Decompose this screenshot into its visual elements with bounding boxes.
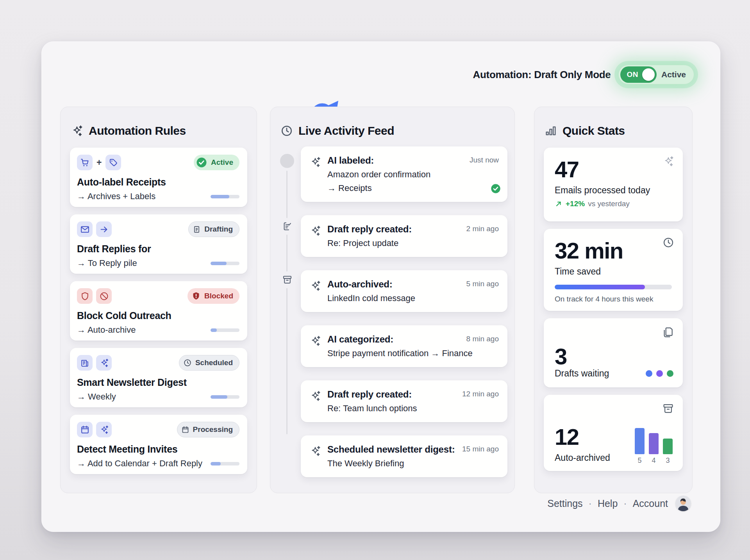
mail-icon — [77, 221, 93, 237]
stat-label: Time saved — [555, 266, 672, 277]
sparkles-icon — [309, 390, 321, 403]
stat-value: 32 min — [555, 239, 672, 263]
stat-value: 47 — [555, 158, 672, 182]
feed-item-detail: The Weekly Briefing — [327, 458, 455, 469]
copy-pages-icon — [662, 326, 674, 339]
archive-icon — [662, 403, 674, 415]
feed-item-ai-labeled[interactable]: AI labeled: Amazon order confirmation → … — [301, 146, 507, 202]
toggle-status-label: Active — [661, 70, 686, 79]
sparkles-icon — [71, 125, 83, 137]
rules-panel-title: Automation Rules — [89, 124, 186, 137]
feed-item-title: Scheduled newsletter digest: — [327, 444, 455, 455]
archive-icon — [281, 271, 293, 288]
feed-panel-title: Live Activity Feed — [298, 124, 394, 137]
settings-link[interactable]: Settings — [547, 498, 582, 509]
draft-status-dots — [646, 370, 673, 377]
feed-item-time: 12 min ago — [462, 390, 499, 398]
check-circle-icon — [490, 183, 501, 194]
stat-value: 12 — [555, 425, 610, 449]
timeline-line — [286, 171, 288, 434]
feed-item-title: Draft reply created: — [327, 224, 412, 235]
rule-title: Detect Meeting Invites — [77, 444, 239, 455]
feed-item-title: Draft reply created: — [327, 389, 417, 400]
shopping-cart-icon — [77, 155, 93, 170]
feed-item-title: AI categorized: — [327, 334, 473, 345]
sparkles-icon — [96, 422, 112, 437]
sparkles-icon — [309, 445, 321, 458]
stat-card-drafts-waiting: 3 Drafts waiting — [544, 318, 683, 387]
feed-item-draft-reply[interactable]: Draft reply created: Re: Project update … — [301, 215, 507, 257]
footer-separator: · — [589, 498, 592, 509]
rule-title: Auto-label Receipts — [77, 177, 239, 188]
rule-card-draft-replies[interactable]: Drafting Draft Replies for → To Reply pi… — [70, 214, 247, 274]
help-link[interactable]: Help — [598, 498, 618, 509]
rule-progress-bar — [211, 395, 239, 399]
toggle-on-pill: ON — [620, 66, 657, 83]
main-panel: InboxZero Automation: Draft Only Mode ON… — [41, 41, 720, 532]
dot-purple — [656, 370, 663, 377]
feed-item-detail: Re: Project update — [327, 238, 412, 248]
feed-item-newsletter-digest[interactable]: Scheduled newsletter digest: The Weekly … — [301, 435, 507, 477]
feed-item-time: 8 min ago — [466, 335, 499, 343]
dot-green — [667, 370, 673, 377]
rule-card-block-cold-outreach[interactable]: Blocked Block Cold Outreach → Auto-archi… — [70, 281, 247, 341]
shield-alert-icon — [191, 291, 201, 301]
chart-bar — [635, 428, 645, 454]
stat-label: Auto-archived — [555, 453, 610, 463]
check-circle-icon — [196, 157, 207, 168]
avatar[interactable] — [675, 496, 691, 511]
trend-value: +12% — [566, 200, 585, 208]
feed-item-detail: → Receipts — [327, 183, 430, 193]
plus-separator: + — [96, 157, 102, 168]
toggle-knob — [642, 68, 655, 81]
feed-item-ai-categorized[interactable]: AI categorized: Stripe payment notificat… — [301, 325, 507, 367]
newspaper-icon — [77, 355, 93, 371]
rule-title: Block Cold Outreach — [77, 310, 239, 321]
sparkles-icon — [309, 280, 321, 293]
stat-label: Drafts waiting — [555, 368, 609, 379]
rule-title: Smart Newsletter Digest — [77, 377, 239, 388]
sparkles-icon — [96, 355, 112, 371]
trending-up-icon — [555, 200, 562, 208]
sparkles-icon — [309, 335, 321, 348]
quick-stats-panel: Quick Stats 47 Emails processed today +1… — [534, 107, 693, 493]
clock-icon — [183, 358, 192, 367]
footer-nav: Settings · Help · Account — [547, 496, 691, 511]
calendar-icon — [181, 426, 189, 434]
stat-card-emails-processed: 47 Emails processed today +12% vs yester… — [544, 148, 683, 221]
chart-bar-label: 4 — [652, 457, 655, 465]
rule-progress-bar — [211, 462, 239, 465]
footer-separator: · — [623, 498, 627, 509]
dot-blue — [646, 370, 652, 377]
sparkles-icon — [309, 156, 321, 169]
rule-action: → Archives + Labels — [77, 191, 155, 202]
calendar-icon — [77, 422, 93, 437]
rule-title: Draft Replies for — [77, 243, 239, 255]
clock-icon — [662, 237, 674, 248]
status-badge-scheduled: Scheduled — [179, 355, 239, 371]
arrow-right-icon — [96, 221, 112, 237]
timeline-dot-marker — [280, 154, 294, 168]
trend-note: vs yesterday — [588, 200, 630, 208]
stat-label: Emails processed today — [555, 185, 672, 196]
feed-item-time: 5 min ago — [466, 280, 499, 288]
chart-bar-label: 5 — [638, 457, 641, 465]
stat-note: On track for 4 hours this week — [555, 295, 672, 303]
status-badge-processing: Processing — [177, 422, 239, 437]
feed-item-detail: LinkedIn cold message — [327, 293, 415, 303]
rule-action: → Add to Calendar + Draft Reply — [77, 458, 202, 469]
rule-action: → To Reply pile — [77, 258, 137, 268]
account-link[interactable]: Account — [633, 498, 668, 509]
rule-action: → Weekly — [77, 392, 116, 402]
tag-icon — [105, 155, 121, 170]
rule-card-meeting-invites[interactable]: Processing Detect Meeting Invites → Add … — [70, 415, 247, 474]
feed-item-auto-archived[interactable]: Auto-archived: LinkedIn cold message 5 m… — [301, 270, 507, 312]
feed-item-draft-reply-2[interactable]: Draft reply created: Re: Team lunch opti… — [301, 380, 507, 422]
rule-card-auto-label-receipts[interactable]: + Active Auto-label Receipts → Archives … — [70, 148, 247, 207]
automation-toggle[interactable]: ON Active — [618, 65, 694, 84]
rule-card-newsletter-digest[interactable]: Scheduled Smart Newsletter Digest → Week… — [70, 348, 247, 407]
sparkles-icon — [662, 155, 674, 167]
status-badge-active: Active — [194, 155, 239, 170]
rule-action: → Auto-archive — [77, 325, 136, 335]
stat-card-time-saved: 32 min Time saved On track for 4 hours t… — [544, 229, 683, 311]
